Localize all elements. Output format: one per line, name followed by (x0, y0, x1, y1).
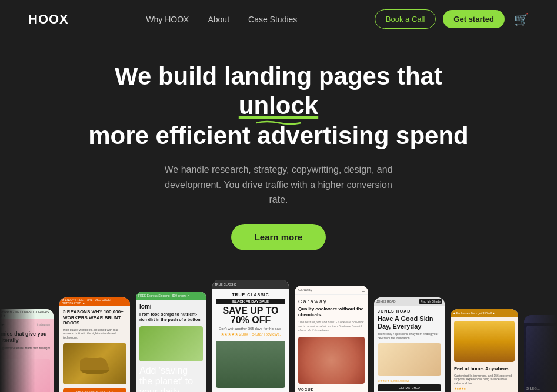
jones-road-top-bar: JONES ROAD Find My Shade (374, 297, 445, 306)
brunt-top-bar: ★ ENJOY FREE TRIAL · USE CODE: GETSTARTE… (59, 297, 130, 306)
card-feel-at-home[interactable]: ★ Exclusive offer - get $50 off ★ Feel a… (451, 309, 518, 392)
caraway-subtext: "The best for pots and pans" - Cookware … (298, 320, 365, 333)
true-classic-sale-tag: BLACK FRIDAY SALE (216, 299, 285, 304)
cart-icon[interactable]: 🛒 (514, 12, 529, 26)
hero-subtext: We handle research, strategy, copywritin… (155, 162, 402, 207)
nav-links: Why HOOX About Case Studies (146, 14, 297, 25)
nav-why-hoox[interactable]: Why HOOX (146, 15, 189, 24)
lemme-product-image (0, 359, 50, 392)
unlock-underline (239, 120, 318, 126)
book-call-button[interactable]: Book a Call (375, 9, 436, 29)
true-classic-jacket-image (216, 341, 285, 388)
lemme-subtext: Delicious gummy vitamins. Made with the … (0, 346, 50, 354)
jones-road-brand: JONES ROAD (378, 309, 441, 313)
caraway-headline: Quality cookware without the chemicals. (298, 306, 365, 319)
true-classic-stars: ★★★★★ 200k+ 5-Star Reviews. (216, 332, 285, 337)
lomi-top-bar: FREE Express Shipping · $99 orders ✓ (136, 292, 206, 300)
brand-logo: HOOX (28, 12, 69, 27)
lemme-headline: gummies that give you life, literally (0, 331, 50, 344)
partial-top-bar (524, 315, 557, 323)
true-classic-big-sale: SAVE UP TO 70% OFF (216, 306, 285, 325)
hero-headline: We build landing pages that unlock more … (73, 62, 485, 150)
nav-about[interactable]: About (208, 15, 229, 24)
card-top-bar: ★ FREE SHIPPING ON DOMESTIC ORDERS OVER … (0, 309, 54, 319)
true-classic-sale-sub: Don't wait another 365 days for this sal… (216, 327, 285, 330)
caraway-top-bar: Caraway ☰ (295, 286, 368, 295)
card-lomi[interactable]: FREE Express Shipping · $99 orders ✓ lom… (136, 292, 206, 392)
jones-road-stars: ★★★★★ 5,203 Reviews (378, 379, 441, 383)
card-caraway[interactable]: Caraway ☰ Caraway Quality cookware witho… (295, 286, 368, 392)
true-classic-top-bar: TRUE CLASSIC (212, 280, 289, 289)
brunt-boot-image (63, 343, 126, 384)
headline-unlock: unlock (239, 91, 318, 120)
true-classic-brand: TRUE CLASSIC (216, 293, 285, 297)
caraway-brand-top: Caraway (298, 288, 312, 292)
nav-case-studies[interactable]: Case Studies (248, 15, 297, 24)
caraway-vogue: VOGUE (298, 388, 365, 391)
nav-actions: Book a Call Get started 🛒 (375, 9, 529, 29)
card-true-classic[interactable]: TRUE CLASSIC TRUE CLASSIC BLACK FRIDAY S… (212, 280, 289, 392)
partial-card-image (526, 326, 557, 384)
brunt-cta[interactable]: SHOP OUR BESTSELLERS (63, 388, 126, 392)
feel-at-home-subtext: Customizable, immersed, and 156 approved… (454, 374, 515, 386)
learn-more-button[interactable]: Learn more (231, 224, 326, 250)
jones-road-skin-image (378, 343, 441, 376)
jones-road-cta[interactable]: GET MATCHED (378, 384, 441, 391)
card-lemme[interactable]: ★ FREE SHIPPING ON DOMESTIC ORDERS OVER … (0, 309, 54, 392)
cards-wrapper: ★ FREE SHIPPING ON DOMESTIC ORDERS OVER … (0, 268, 557, 392)
brunt-headline: 5 REASONS WHY 100,000+ WORKERS WEAR BRUN… (63, 309, 126, 326)
caraway-brand: Caraway (298, 299, 365, 304)
lomi-subtext: Add 'saving the planet' to your daily ro… (139, 366, 203, 392)
card-partial: S LEG... (524, 315, 557, 392)
lomi-brand: lomi (139, 303, 203, 310)
jones-road-subtext: You're only 7 questions away from findin… (378, 332, 441, 340)
card-brunt[interactable]: ★ ENJOY FREE TRIAL · USE CODE: GETSTARTE… (59, 297, 130, 392)
lemme-brand: lemme (0, 322, 4, 327)
navbar: HOOX Why HOOX About Case Studies Book a … (0, 0, 557, 38)
jones-road-brand-top: JONES ROAD (376, 300, 396, 303)
partial-brand: S LEG... (526, 387, 557, 390)
headline-part2: more efficient advertising spend (88, 122, 469, 149)
brunt-subtext: High quality workboots, designed with re… (63, 328, 126, 340)
feel-at-home-stars: ★★★★★ (454, 387, 515, 390)
jones-road-headline: Have A Good Skin Day, Everyday (378, 315, 441, 330)
lomi-product-image (139, 326, 203, 361)
feel-at-home-headline: Feel at home. Anywhere. (454, 366, 515, 372)
get-started-button[interactable]: Get started (443, 10, 505, 28)
feel-at-home-top-bar: ★ Exclusive offer - get $50 off ★ (451, 309, 518, 317)
cards-section: ★ FREE SHIPPING ON DOMESTIC ORDERS OVER … (0, 268, 557, 392)
hero-section: We build landing pages that unlock more … (0, 38, 557, 268)
card-jones-road[interactable]: JONES ROAD Find My Shade JONES ROAD Have… (374, 297, 445, 392)
caraway-cookware-image (298, 337, 365, 384)
feel-at-home-gold-image (454, 321, 515, 362)
headline-part1: We build landing pages that (115, 62, 442, 90)
lomi-headline: From food scraps to nutrient-rich dirt i… (139, 311, 203, 322)
